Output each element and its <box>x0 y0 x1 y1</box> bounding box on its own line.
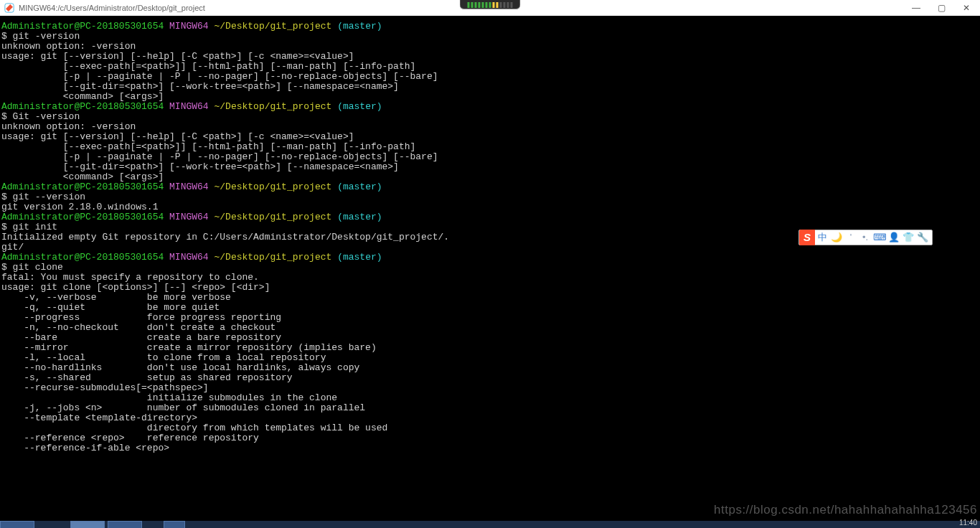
ime-person-icon[interactable]: 👤 <box>887 230 901 245</box>
ime-dot-icon[interactable]: •. <box>858 230 872 245</box>
prompt-path: ~/Desktop/git_project <box>214 21 331 32</box>
output-line: [--git-dir=<path>] [--work-tree=<path>] … <box>1 162 979 172</box>
output-line: <command> [<args>] <box>1 92 979 102</box>
command-line: $ git clone <box>1 263 979 273</box>
prompt-branch: (master) <box>337 212 382 222</box>
output-line: usage: git [--version] [--help] [-C <pat… <box>1 132 979 142</box>
prompt-host: MINGW64 <box>169 21 209 32</box>
output-line: [--exec-path[=<path>]] [--html-path] [--… <box>1 62 979 72</box>
watermark: https://blog.csdn.net/hahahhahahahha1234… <box>714 505 977 515</box>
prompt-branch: (master) <box>337 21 382 32</box>
prompt-host: MINGW64 <box>169 101 209 112</box>
close-button[interactable]: ✕ <box>963 3 970 13</box>
activity-bar <box>471 2 473 8</box>
activity-bar <box>479 2 481 8</box>
prompt-path: ~/Desktop/git_project <box>214 212 331 222</box>
taskbar-clock: 11:40 <box>959 519 977 527</box>
prompt-path: ~/Desktop/git_project <box>214 182 331 192</box>
minimize-button[interactable]: — <box>912 3 920 13</box>
prompt-user: Administrator@PC-201805301654 <box>1 212 164 222</box>
activity-bar <box>475 2 477 8</box>
prompt-branch: (master) <box>337 101 382 112</box>
activity-bar <box>511 2 513 8</box>
output-line: -v, --verbose be more verbose <box>1 293 979 303</box>
taskbar-item[interactable] <box>0 521 34 528</box>
command-line: $ Git -version <box>1 112 979 122</box>
output-line: --reference-if-able <repo> <box>1 443 979 453</box>
activity-bar <box>507 2 509 8</box>
prompt-line: Administrator@PC-201805301654 MINGW64 ~/… <box>1 22 979 32</box>
output-line: --bare create a bare repository <box>1 333 979 343</box>
output-line: -q, --quiet be more quiet <box>1 303 979 313</box>
taskbar-item[interactable] <box>108 521 142 528</box>
output-line: [--exec-path[=<path>]] [--html-path] [--… <box>1 142 979 152</box>
output-line: <command> [<args>] <box>1 172 979 182</box>
prompt-branch: (master) <box>337 252 382 263</box>
ime-toolbar[interactable]: S 中 🌙 ' •. ⌨ 👤 👕 🔧 <box>798 230 933 245</box>
output-line: --template <template-directory> <box>1 413 979 423</box>
prompt-host: MINGW64 <box>169 252 209 263</box>
activity-bar <box>489 2 491 8</box>
output-line: [-p | --paginate | -P | --no-pager] [--n… <box>1 152 979 162</box>
titlebar-tab-indicator <box>460 0 521 9</box>
output-line: [--git-dir=<path>] [--work-tree=<path>] … <box>1 82 979 92</box>
prompt-line: Administrator@PC-201805301654 MINGW64 ~/… <box>1 212 979 222</box>
ime-punct-icon[interactable]: ' <box>844 230 858 245</box>
prompt-path: ~/Desktop/git_project <box>214 101 331 112</box>
output-line: -l, --local to clone from a local reposi… <box>1 353 979 363</box>
svg-rect-1 <box>6 4 13 11</box>
ime-lang-icon[interactable]: 中 <box>815 230 829 245</box>
output-line: --progress force progress reporting <box>1 313 979 323</box>
ime-moon-icon[interactable]: 🌙 <box>829 230 844 245</box>
output-line: directory from which templates will be u… <box>1 423 979 433</box>
output-line: usage: git [--version] [--help] [-C <pat… <box>1 52 979 62</box>
window: MINGW64:/c/Users/Administrator/Desktop/g… <box>0 0 980 528</box>
output-line: --reference <repo> reference repository <box>1 433 979 443</box>
output-line: --recurse-submodules[=<pathspec>] <box>1 383 979 393</box>
output-line: initialize submodules in the clone <box>1 393 979 403</box>
taskbar-item[interactable] <box>164 521 185 528</box>
prompt-user: Administrator@PC-201805301654 <box>1 252 164 263</box>
output-line: [-p | --paginate | -P | --no-pager] [--n… <box>1 72 979 82</box>
terminal-area[interactable]: Administrator@PC-201805301654 MINGW64 ~/… <box>0 16 980 521</box>
window-title: MINGW64:/c/Users/Administrator/Desktop/g… <box>19 4 205 12</box>
output-line: --no-hardlinks don't use local hardlinks… <box>1 363 979 373</box>
ime-wrench-icon[interactable]: 🔧 <box>915 230 930 245</box>
prompt-branch: (master) <box>337 182 382 192</box>
activity-bar <box>504 2 506 8</box>
prompt-line: Administrator@PC-201805301654 MINGW64 ~/… <box>1 102 979 112</box>
output-line: unknown option: -version <box>1 122 979 132</box>
ime-keyboard-icon[interactable]: ⌨ <box>872 230 887 245</box>
activity-bar <box>500 2 502 8</box>
activity-bar <box>486 2 488 8</box>
output-line: usage: git clone [<options>] [--] <repo>… <box>1 283 979 293</box>
prompt-line: Administrator@PC-201805301654 MINGW64 ~/… <box>1 253 979 263</box>
command-line: $ git -version <box>1 32 979 42</box>
output-line: git version 2.18.0.windows.1 <box>1 202 979 212</box>
ime-shirt-icon[interactable]: 👕 <box>901 230 915 245</box>
output-line: -n, --no-checkout don't create a checkou… <box>1 323 979 333</box>
git-bash-icon <box>4 3 14 13</box>
command-line: $ git --version <box>1 192 979 202</box>
activity-bar <box>482 2 484 8</box>
activity-bar <box>493 2 495 8</box>
taskbar[interactable]: 11:40 <box>0 521 980 528</box>
output-line: fatal: You must specify a repository to … <box>1 273 979 283</box>
titlebar: MINGW64:/c/Users/Administrator/Desktop/g… <box>0 0 980 16</box>
prompt-host: MINGW64 <box>169 212 209 222</box>
output-line: -s, --shared setup as shared repository <box>1 373 979 383</box>
prompt-path: ~/Desktop/git_project <box>214 252 331 263</box>
taskbar-item[interactable] <box>70 521 105 528</box>
activity-bar <box>496 2 499 8</box>
activity-bar <box>468 2 470 8</box>
prompt-user: Administrator@PC-201805301654 <box>1 21 164 32</box>
output-line: unknown option: -version <box>1 42 979 52</box>
prompt-line: Administrator@PC-201805301654 MINGW64 ~/… <box>1 182 979 192</box>
maximize-button[interactable]: ▢ <box>938 3 946 13</box>
prompt-user: Administrator@PC-201805301654 <box>1 182 164 192</box>
output-line: --mirror create a mirror repository (imp… <box>1 343 979 353</box>
output-line: -j, --jobs <n> number of submodules clon… <box>1 403 979 413</box>
prompt-host: MINGW64 <box>169 182 209 192</box>
ime-logo-icon[interactable]: S <box>799 230 815 245</box>
window-controls: — ▢ ✕ <box>912 3 970 13</box>
